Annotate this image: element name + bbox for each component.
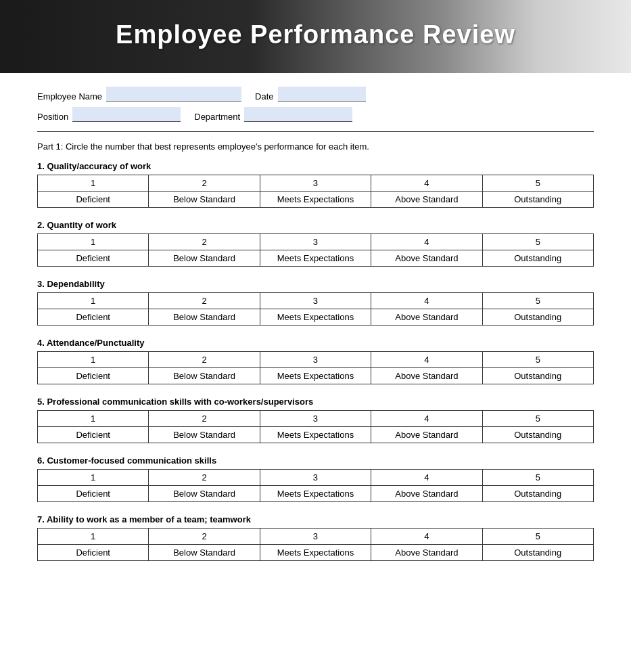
numbers-row: 12345: [38, 293, 594, 309]
label-cell-1: Deficient: [38, 545, 149, 561]
number-cell-5[interactable]: 5: [482, 352, 593, 368]
labels-row: DeficientBelow StandardMeets Expectation…: [38, 250, 594, 267]
number-cell-1[interactable]: 1: [38, 352, 149, 368]
number-cell-2[interactable]: 2: [149, 411, 260, 427]
label-cell-2: Below Standard: [149, 250, 260, 267]
number-cell-1[interactable]: 1: [38, 175, 149, 192]
label-cell-5: Outstanding: [482, 250, 593, 267]
section-title-5: 5. Professional communication skills wit…: [37, 397, 594, 407]
number-cell-1[interactable]: 1: [38, 234, 149, 250]
rating-table-2: 12345DeficientBelow StandardMeets Expect…: [37, 233, 594, 267]
label-cell-5: Outstanding: [482, 192, 593, 208]
labels-row: DeficientBelow StandardMeets Expectation…: [38, 309, 594, 326]
content-area: Employee Name Date Position Department P…: [0, 73, 631, 593]
section-title-6: 6. Customer-focused communication skills: [37, 455, 594, 466]
label-cell-1: Deficient: [38, 192, 149, 208]
labels-row: DeficientBelow StandardMeets Expectation…: [38, 368, 594, 384]
number-cell-5[interactable]: 5: [482, 529, 593, 545]
label-cell-4: Above Standard: [371, 192, 482, 208]
labels-row: DeficientBelow StandardMeets Expectation…: [38, 192, 594, 208]
number-cell-4[interactable]: 4: [371, 529, 482, 545]
numbers-row: 12345: [38, 352, 594, 368]
section-title-3: 3. Dependability: [37, 279, 594, 289]
number-cell-3[interactable]: 3: [260, 293, 371, 309]
number-cell-3[interactable]: 3: [260, 352, 371, 368]
label-cell-2: Below Standard: [149, 368, 260, 384]
section-4: 4. Attendance/Punctuality12345DeficientB…: [37, 338, 594, 384]
labels-row: DeficientBelow StandardMeets Expectation…: [38, 545, 594, 561]
label-cell-3: Meets Expectations: [260, 250, 371, 267]
number-cell-5[interactable]: 5: [482, 470, 593, 486]
form-row-1: Employee Name Date: [37, 87, 594, 102]
numbers-row: 12345: [38, 411, 594, 427]
number-cell-1[interactable]: 1: [38, 293, 149, 309]
rating-table-7: 12345DeficientBelow StandardMeets Expect…: [37, 528, 594, 561]
position-field: Position: [37, 107, 181, 122]
part1-instruction: Part 1: Circle the number that best repr…: [37, 141, 594, 152]
number-cell-2[interactable]: 2: [149, 529, 260, 545]
number-cell-4[interactable]: 4: [371, 411, 482, 427]
numbers-row: 12345: [38, 175, 594, 192]
section-title-7: 7. Ability to work as a member of a team…: [37, 514, 594, 524]
label-cell-1: Deficient: [38, 486, 149, 502]
label-cell-5: Outstanding: [482, 427, 593, 443]
label-cell-3: Meets Expectations: [260, 486, 371, 502]
number-cell-1[interactable]: 1: [38, 411, 149, 427]
label-cell-5: Outstanding: [482, 486, 593, 502]
number-cell-2[interactable]: 2: [149, 352, 260, 368]
number-cell-4[interactable]: 4: [371, 293, 482, 309]
section-6: 6. Customer-focused communication skills…: [37, 455, 594, 502]
label-cell-1: Deficient: [38, 368, 149, 384]
labels-row: DeficientBelow StandardMeets Expectation…: [38, 427, 594, 443]
label-cell-3: Meets Expectations: [260, 192, 371, 208]
date-input[interactable]: [278, 87, 366, 102]
number-cell-4[interactable]: 4: [371, 175, 482, 192]
label-cell-4: Above Standard: [371, 309, 482, 326]
number-cell-2[interactable]: 2: [149, 234, 260, 250]
position-label: Position: [37, 112, 68, 122]
label-cell-2: Below Standard: [149, 192, 260, 208]
number-cell-2[interactable]: 2: [149, 470, 260, 486]
label-cell-4: Above Standard: [371, 368, 482, 384]
label-cell-5: Outstanding: [482, 545, 593, 561]
date-label: Date: [255, 91, 273, 102]
labels-row: DeficientBelow StandardMeets Expectation…: [38, 486, 594, 502]
rating-table-6: 12345DeficientBelow StandardMeets Expect…: [37, 469, 594, 502]
section-title-4: 4. Attendance/Punctuality: [37, 338, 594, 348]
page-title: Employee Performance Review: [27, 20, 604, 49]
numbers-row: 12345: [38, 470, 594, 486]
employee-name-label: Employee Name: [37, 91, 102, 102]
rating-table-1: 12345DeficientBelow StandardMeets Expect…: [37, 175, 594, 208]
number-cell-1[interactable]: 1: [38, 529, 149, 545]
number-cell-4[interactable]: 4: [371, 470, 482, 486]
label-cell-3: Meets Expectations: [260, 545, 371, 561]
number-cell-5[interactable]: 5: [482, 293, 593, 309]
department-label: Department: [194, 112, 240, 122]
number-cell-3[interactable]: 3: [260, 411, 371, 427]
number-cell-4[interactable]: 4: [371, 234, 482, 250]
label-cell-2: Below Standard: [149, 486, 260, 502]
number-cell-3[interactable]: 3: [260, 529, 371, 545]
label-cell-3: Meets Expectations: [260, 309, 371, 326]
number-cell-3[interactable]: 3: [260, 470, 371, 486]
number-cell-2[interactable]: 2: [149, 175, 260, 192]
number-cell-5[interactable]: 5: [482, 175, 593, 192]
number-cell-3[interactable]: 3: [260, 234, 371, 250]
date-field: Date: [255, 87, 365, 102]
label-cell-4: Above Standard: [371, 427, 482, 443]
number-cell-3[interactable]: 3: [260, 175, 371, 192]
label-cell-2: Below Standard: [149, 427, 260, 443]
label-cell-2: Below Standard: [149, 309, 260, 326]
department-input[interactable]: [244, 107, 352, 122]
number-cell-5[interactable]: 5: [482, 411, 593, 427]
number-cell-4[interactable]: 4: [371, 352, 482, 368]
number-cell-1[interactable]: 1: [38, 470, 149, 486]
employee-name-field: Employee Name: [37, 87, 241, 102]
position-input[interactable]: [72, 107, 181, 122]
employee-name-input[interactable]: [106, 87, 241, 102]
number-cell-5[interactable]: 5: [482, 234, 593, 250]
label-cell-1: Deficient: [38, 250, 149, 267]
label-cell-5: Outstanding: [482, 368, 593, 384]
number-cell-2[interactable]: 2: [149, 293, 260, 309]
label-cell-2: Below Standard: [149, 545, 260, 561]
